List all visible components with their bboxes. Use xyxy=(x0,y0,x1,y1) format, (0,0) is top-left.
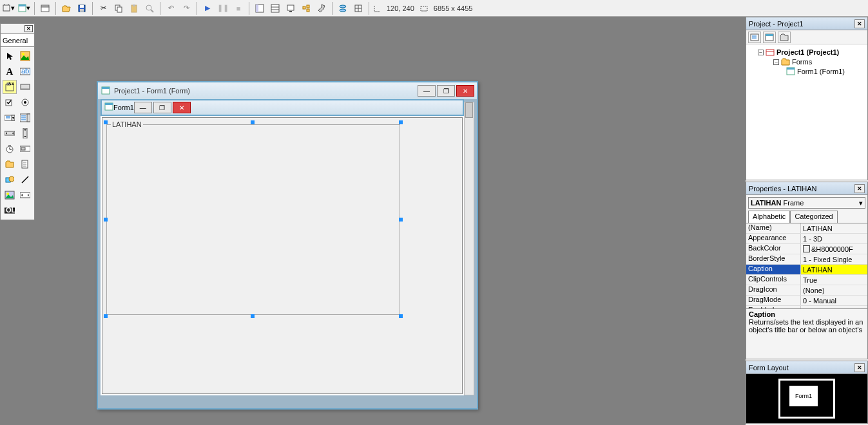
properties-object-selector[interactable]: LATIHAN Frame ▾ xyxy=(748,197,865,209)
tool-label[interactable]: A xyxy=(3,64,17,79)
properties-grid[interactable]: (Name)LATIHANAppearance1 - 3DBackColor&H… xyxy=(746,223,867,308)
tool-checkbox[interactable] xyxy=(3,95,17,109)
minimize-button[interactable]: — xyxy=(418,85,436,97)
properties-close-button[interactable]: ✕ xyxy=(854,184,865,193)
form-layout-body[interactable]: Form1 xyxy=(746,374,867,423)
selection-handle[interactable] xyxy=(251,314,255,318)
tool-listbox[interactable] xyxy=(18,111,32,125)
find-icon[interactable] xyxy=(142,1,157,15)
tree-collapse-toggle[interactable]: – xyxy=(758,50,764,55)
property-value[interactable]: LATIHAN xyxy=(801,265,867,274)
tab-categorized[interactable]: Categorized xyxy=(790,211,837,223)
tool-combobox[interactable] xyxy=(3,111,17,125)
property-row-dragmode[interactable]: DragMode0 - Manual xyxy=(746,296,867,306)
tool-drivelistbox[interactable] xyxy=(18,142,32,156)
view-object-icon[interactable] xyxy=(763,32,776,43)
selection-handle[interactable] xyxy=(104,120,108,124)
form-layout-icon[interactable] xyxy=(284,1,298,15)
add-form-dropdown-icon[interactable]: ▾ xyxy=(17,1,31,15)
property-value[interactable]: 1 - Fixed Single xyxy=(801,254,867,264)
tab-alphabetic[interactable]: Alphabetic xyxy=(748,211,790,223)
property-value[interactable]: LATIHAN xyxy=(801,223,867,233)
toolbox-icon[interactable] xyxy=(314,1,329,15)
separator xyxy=(332,2,333,15)
property-row-borderstyle[interactable]: BorderStyle1 - Fixed Single xyxy=(746,254,867,265)
tree-project-node[interactable]: – Project1 (Project1) xyxy=(758,47,865,57)
form1-body[interactable]: LATIHAN xyxy=(102,117,463,394)
tool-frame[interactable]: xv xyxy=(3,80,17,94)
mdi-titlebar[interactable]: Project1 - Form1 (Form) — ❐ ✕ xyxy=(98,82,477,99)
form-minimize-button[interactable]: — xyxy=(134,102,152,113)
copy-icon[interactable] xyxy=(111,1,126,15)
property-value[interactable]: True xyxy=(801,275,867,285)
tool-vscrollbar[interactable] xyxy=(18,126,32,140)
maximize-button[interactable]: ❐ xyxy=(437,85,455,97)
property-row-appearance[interactable]: Appearance1 - 3D xyxy=(746,234,867,244)
add-project-dropdown-icon[interactable]: ▾ xyxy=(1,1,15,15)
data-view-icon[interactable] xyxy=(336,1,350,15)
property-row-clipcontrols[interactable]: ClipControlsTrue xyxy=(746,275,867,285)
end-icon[interactable]: ■ xyxy=(231,1,246,15)
menu-editor-icon[interactable] xyxy=(38,1,52,15)
properties-panel-title[interactable]: Properties - LATIHAN ✕ xyxy=(746,182,867,195)
form1-titlebar[interactable]: Form1 — ❐ ✕ xyxy=(101,99,464,116)
tool-textbox[interactable]: ab| xyxy=(18,64,32,79)
cut-icon[interactable]: ✂ xyxy=(96,1,110,15)
selection-handle[interactable] xyxy=(399,218,403,222)
tool-data[interactable] xyxy=(18,188,32,202)
project-panel-title[interactable]: Project - Project1 ✕ xyxy=(746,17,867,30)
tool-optionbutton[interactable] xyxy=(18,95,32,109)
redo-icon[interactable]: ↷ xyxy=(179,1,193,15)
form-layout-close-button[interactable]: ✕ xyxy=(854,363,865,372)
start-icon[interactable]: ▶ xyxy=(200,1,215,15)
property-value[interactable]: 1 - 3D xyxy=(801,234,867,243)
tree-form-item[interactable]: Form1 (Form1) xyxy=(786,66,865,77)
tool-shape[interactable] xyxy=(3,173,17,187)
property-row-name[interactable]: (Name)LATIHAN xyxy=(746,223,867,234)
project-explorer-icon[interactable] xyxy=(253,1,267,15)
toolbox-tab-general[interactable]: General xyxy=(1,34,34,47)
form-maximize-button[interactable]: ❐ xyxy=(153,102,171,113)
property-value[interactable]: (None) xyxy=(801,285,867,295)
break-icon[interactable]: ❚❚ xyxy=(216,1,230,15)
selection-handle[interactable] xyxy=(104,218,108,222)
form-layout-miniature[interactable]: Form1 xyxy=(789,386,818,406)
tool-picturebox[interactable] xyxy=(18,49,32,63)
property-row-dragicon[interactable]: DragIcon(None) xyxy=(746,285,867,296)
component-manager-icon[interactable] xyxy=(351,1,365,15)
tool-ole[interactable]: OLE xyxy=(3,203,17,218)
selection-handle[interactable] xyxy=(399,120,403,124)
save-icon[interactable] xyxy=(75,1,89,15)
close-button[interactable]: ✕ xyxy=(456,85,474,97)
mdi-vertical-scrollbar[interactable] xyxy=(464,102,474,395)
tool-pointer[interactable] xyxy=(3,49,17,63)
properties-window-icon[interactable] xyxy=(268,1,282,15)
tool-image[interactable] xyxy=(3,188,17,202)
selection-handle[interactable] xyxy=(399,314,403,318)
toggle-folders-icon[interactable] xyxy=(778,32,791,43)
toolbox-close[interactable]: ✕ xyxy=(1,24,34,34)
project-close-button[interactable]: ✕ xyxy=(854,19,865,28)
frame-control-latihan[interactable]: LATIHAN xyxy=(106,124,400,315)
tool-timer[interactable] xyxy=(3,142,17,156)
tool-hscrollbar[interactable] xyxy=(3,126,17,140)
tree-forms-folder[interactable]: – Forms xyxy=(773,57,865,66)
view-code-icon[interactable] xyxy=(748,32,761,43)
form-layout-title[interactable]: Form Layout ✕ xyxy=(746,361,867,374)
undo-icon[interactable]: ↶ xyxy=(164,1,178,15)
tool-commandbutton[interactable] xyxy=(18,80,32,94)
selection-handle[interactable] xyxy=(251,120,255,124)
selection-handle[interactable] xyxy=(104,314,108,318)
property-row-caption[interactable]: CaptionLATIHAN xyxy=(746,265,867,275)
tool-filelistbox[interactable] xyxy=(18,157,32,171)
property-row-backcolor[interactable]: BackColor&H8000000F xyxy=(746,244,867,254)
object-browser-icon[interactable] xyxy=(299,1,313,15)
open-icon[interactable] xyxy=(59,1,73,15)
form-close-button[interactable]: ✕ xyxy=(173,102,191,113)
tool-line[interactable] xyxy=(18,173,32,187)
tree-collapse-toggle[interactable]: – xyxy=(773,59,779,65)
paste-icon[interactable] xyxy=(127,1,141,15)
tool-dirlistbox[interactable] xyxy=(3,157,17,171)
property-value[interactable]: 0 - Manual xyxy=(801,296,867,305)
property-value[interactable]: &H8000000F xyxy=(801,244,867,254)
